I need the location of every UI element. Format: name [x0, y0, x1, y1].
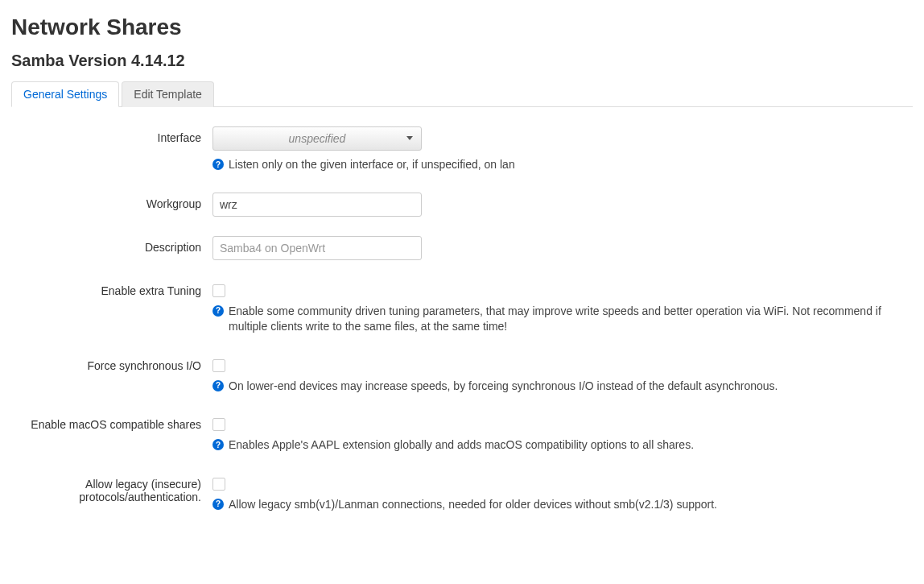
interface-label: Interface	[11, 126, 212, 173]
interface-help: Listen only on the given interface or, i…	[229, 157, 913, 173]
help-icon: ?	[212, 439, 224, 450]
interface-select[interactable]: unspecified	[212, 126, 422, 151]
allow-legacy-checkbox[interactable]	[212, 478, 225, 491]
extra-tuning-checkbox[interactable]	[212, 284, 225, 297]
help-icon: ?	[212, 159, 224, 170]
page-subtitle: Samba Version 4.14.12	[11, 52, 913, 70]
description-input[interactable]	[212, 236, 422, 260]
macos-compat-label: Enable macOS compatible shares	[11, 413, 212, 454]
allow-legacy-help: Allow legacy smb(v1)/Lanman connections,…	[229, 497, 913, 513]
page-title: Network Shares	[11, 14, 913, 40]
chevron-down-icon	[406, 136, 413, 140]
description-label: Description	[11, 236, 212, 260]
workgroup-label: Workgroup	[11, 193, 212, 217]
macos-compat-checkbox[interactable]	[212, 418, 225, 431]
force-sync-io-label: Force synchronous I/O	[11, 354, 212, 395]
help-icon: ?	[212, 305, 224, 317]
tabs: General Settings Edit Template	[11, 81, 913, 107]
extra-tuning-label: Enable extra Tuning	[11, 280, 212, 335]
tab-general-settings[interactable]: General Settings	[11, 81, 119, 107]
extra-tuning-help: Enable some community driven tuning para…	[229, 304, 913, 335]
help-icon: ?	[212, 499, 224, 510]
macos-compat-help: Enables Apple's AAPL extension globally …	[229, 437, 913, 454]
interface-selected: unspecified	[289, 132, 346, 145]
help-icon: ?	[212, 380, 224, 391]
force-sync-io-checkbox[interactable]	[212, 359, 225, 372]
allow-legacy-label: Allow legacy (insecure) protocols/authen…	[11, 473, 212, 513]
force-sync-io-help: On lower-end devices may increase speeds…	[229, 379, 913, 395]
workgroup-input[interactable]	[212, 193, 422, 217]
tab-edit-template[interactable]: Edit Template	[122, 81, 214, 107]
